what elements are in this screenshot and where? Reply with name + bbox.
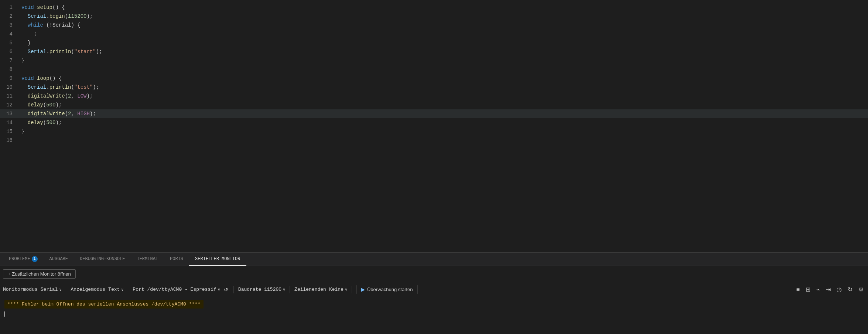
token: delay	[21, 120, 43, 126]
tab-label: AUSGABE	[49, 256, 68, 262]
code-line-12: 12 delay(500);	[0, 100, 868, 109]
expand-icon-button[interactable]: ⇥	[824, 284, 832, 294]
line-content: delay(500);	[18, 120, 868, 126]
token: (	[65, 111, 68, 117]
separator-5	[352, 286, 352, 293]
error-message-line: **** Fehler beim Öffnen des seriellen An…	[4, 300, 864, 309]
token: );	[55, 102, 62, 108]
tab-label: SERIELLER MONITOR	[195, 256, 240, 262]
line-content: Serial.println("test");	[18, 84, 868, 90]
tab-ports[interactable]: PORTS	[164, 253, 189, 266]
line-content: while (!Serial) {	[18, 22, 868, 28]
line-number: 8	[0, 67, 18, 72]
port-chevron-icon: ∨	[218, 287, 220, 292]
line-content: void setup() {	[18, 4, 868, 10]
token: println	[49, 84, 71, 90]
tab-label: TERMINAL	[137, 256, 158, 262]
token: ,	[71, 93, 77, 99]
token: delay	[21, 102, 43, 108]
token: digitalWrite	[21, 111, 65, 117]
line-end-chevron-icon: ∨	[345, 287, 347, 292]
controls-bar: Monitormodus Serial ∨ Anzeigemodus Text …	[0, 282, 868, 297]
code-line-11: 11 digitalWrite(2, LOW);	[0, 92, 868, 100]
port-label: Port	[133, 287, 144, 292]
token: () {	[49, 75, 62, 81]
grid-icon-button[interactable]: ⊞	[804, 284, 812, 294]
display-mode-select[interactable]: Text ∨	[108, 287, 123, 292]
tab-ausgabe[interactable]: AUSGABE	[44, 253, 74, 266]
start-label: Überwachung starten	[367, 287, 413, 292]
separator-1	[66, 286, 66, 293]
cursor-line	[4, 310, 864, 317]
settings-icon-button[interactable]: ⚙	[857, 284, 865, 294]
token: ;	[21, 31, 37, 37]
line-number: 2	[0, 13, 18, 19]
separator-4	[290, 286, 290, 293]
line-number: 5	[0, 40, 18, 46]
tab-probleme[interactable]: PROBLEME1	[3, 253, 44, 266]
token: HIGH	[77, 111, 90, 117]
line-content: digitalWrite(2, HIGH);	[18, 111, 868, 117]
token: .	[46, 84, 49, 90]
tab-terminal[interactable]: TERMINAL	[131, 253, 164, 266]
token: void	[21, 75, 37, 81]
token: println	[49, 49, 71, 55]
token: while	[21, 22, 46, 28]
line-number: 14	[0, 120, 18, 126]
token: Serial	[21, 13, 46, 19]
line-number: 6	[0, 49, 18, 55]
code-line-3: 3 while (!Serial) {	[0, 21, 868, 30]
code-line-10: 10 Serial.println("test");	[0, 83, 868, 92]
token: digitalWrite	[21, 93, 65, 99]
line-end-select[interactable]: Keine ∨	[329, 287, 347, 292]
token: LOW	[77, 93, 86, 99]
refresh-port-button[interactable]: ↺	[223, 286, 229, 293]
monitor-mode-chevron-icon: ∨	[59, 287, 61, 292]
separator-2	[128, 286, 128, 293]
line-content: }	[18, 40, 868, 46]
line-end-label: Zeilenenden	[294, 287, 326, 292]
token: setup	[37, 4, 52, 10]
add-monitor-label: + Zusätzlichen Monitor öffnen	[8, 271, 71, 277]
line-content: ;	[18, 31, 868, 37]
text-cursor	[4, 311, 5, 317]
display-mode-value: Text	[108, 287, 120, 292]
loop-icon-button[interactable]: ↻	[846, 284, 854, 294]
line-number: 3	[0, 22, 18, 28]
baud-chevron-icon: ∨	[283, 287, 285, 292]
tab-badge: 1	[32, 256, 38, 262]
line-content: }	[18, 58, 868, 64]
tab-serieller-monitor[interactable]: SERIELLER MONITOR	[189, 253, 246, 266]
link-icon-button[interactable]: ⌁	[815, 284, 821, 294]
baud-value: 115200	[264, 287, 281, 292]
port-select[interactable]: /dev/ttyACM0 - Espressif ∨	[147, 287, 220, 292]
baud-select[interactable]: 115200 ∨	[264, 287, 285, 292]
monitor-mode-select[interactable]: Serial ∨	[41, 287, 62, 292]
code-line-5: 5 }	[0, 38, 868, 47]
line-number: 11	[0, 93, 18, 99]
line-number: 10	[0, 84, 18, 90]
tab-debugging-konsole[interactable]: DEBUGGING-KONSOLE	[74, 253, 131, 266]
code-line-1: 1void setup() {	[0, 3, 868, 12]
bottom-panel: PROBLEME1AUSGABEDEBUGGING-KONSOLETERMINA…	[0, 252, 868, 334]
token: (	[65, 13, 68, 19]
token: }	[21, 40, 31, 46]
line-number: 4	[0, 31, 18, 37]
token: "start"	[74, 49, 96, 55]
token: }	[21, 58, 24, 64]
line-number: 1	[0, 4, 18, 10]
tab-bar: PROBLEME1AUSGABEDEBUGGING-KONSOLETERMINA…	[0, 253, 868, 266]
token: (	[65, 93, 68, 99]
token: (	[71, 49, 74, 55]
start-monitoring-button[interactable]: ▶ Überwachung starten	[356, 285, 418, 294]
token: );	[96, 49, 102, 55]
token: "test"	[74, 84, 93, 90]
add-monitor-button[interactable]: + Zusätzlichen Monitor öffnen	[3, 269, 76, 279]
line-number: 7	[0, 58, 18, 64]
list-icon-button[interactable]: ≡	[795, 285, 801, 294]
line-number: 9	[0, 75, 18, 81]
token: void	[21, 4, 37, 10]
token: () {	[52, 4, 65, 10]
line-number: 15	[0, 129, 18, 134]
clock-icon-button[interactable]: ◷	[835, 284, 843, 294]
